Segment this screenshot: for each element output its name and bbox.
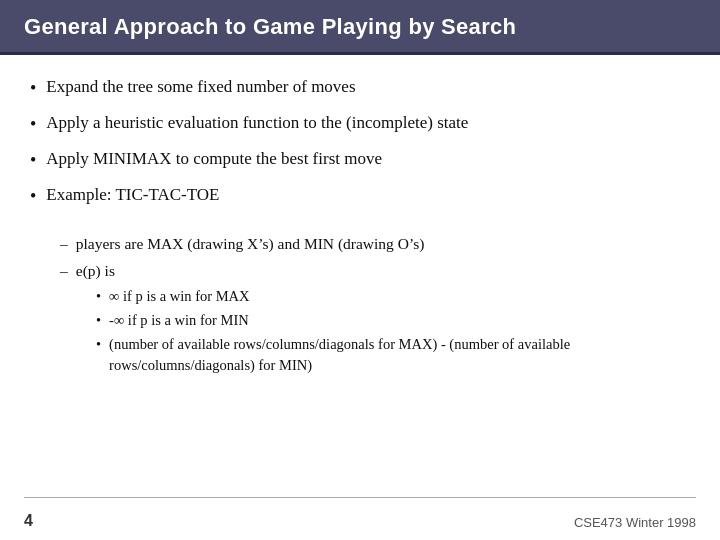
sub-bullet-icon: • xyxy=(96,286,101,307)
slide-header: General Approach to Game Playing by Sear… xyxy=(0,0,720,55)
sub-bullet-text: (number of available rows/columns/diagon… xyxy=(109,334,690,376)
sub-bullet-text: -∞ if p is a win for MIN xyxy=(109,310,249,331)
list-item: • Apply MINIMAX to compute the best firs… xyxy=(30,147,690,173)
bullet-text: Apply a heuristic evaluation function to… xyxy=(46,111,468,136)
slide-number: 4 xyxy=(24,512,33,530)
sub-bullet-icon: • xyxy=(96,334,101,355)
list-item: • Apply a heuristic evaluation function … xyxy=(30,111,690,137)
list-item: • Example: TIC-TAC-TOE xyxy=(30,183,690,209)
bullet-icon: • xyxy=(30,111,36,137)
list-item: • -∞ if p is a win for MIN xyxy=(96,310,690,331)
dash-icon: – xyxy=(60,233,68,255)
bullet-icon: • xyxy=(30,147,36,173)
sub-bullet-text: ∞ if p is a win for MAX xyxy=(109,286,249,307)
bullet-icon: • xyxy=(30,75,36,101)
dash-item-2: – e(p) is xyxy=(60,260,690,282)
sub-bullets: • ∞ if p is a win for MAX • -∞ if p is a… xyxy=(96,286,690,376)
slide-title: General Approach to Game Playing by Sear… xyxy=(24,14,516,39)
dash-icon: – xyxy=(60,260,68,282)
slide-credit: CSE473 Winter 1998 xyxy=(574,515,696,530)
bullet-text: Expand the tree some fixed number of mov… xyxy=(46,75,355,100)
slide: General Approach to Game Playing by Sear… xyxy=(0,0,720,540)
list-item: • Expand the tree some fixed number of m… xyxy=(30,75,690,101)
list-item: • (number of available rows/columns/diag… xyxy=(96,334,690,376)
bullet-icon: • xyxy=(30,183,36,209)
dash-text: e(p) is xyxy=(76,260,115,282)
main-bullets: • Expand the tree some fixed number of m… xyxy=(30,75,690,219)
slide-footer: 4 CSE473 Winter 1998 xyxy=(0,506,720,540)
divider xyxy=(24,497,696,498)
bullet-text: Apply MINIMAX to compute the best first … xyxy=(46,147,382,172)
dash-text: players are MAX (drawing X’s) and MIN (d… xyxy=(76,233,425,255)
slide-content: • Expand the tree some fixed number of m… xyxy=(0,55,720,497)
list-item: • ∞ if p is a win for MAX xyxy=(96,286,690,307)
sub-bullet-icon: • xyxy=(96,310,101,331)
bullet-text: Example: TIC-TAC-TOE xyxy=(46,183,219,208)
dash-item-1: – players are MAX (drawing X’s) and MIN … xyxy=(60,233,690,255)
sub-section: – players are MAX (drawing X’s) and MIN … xyxy=(60,233,690,379)
